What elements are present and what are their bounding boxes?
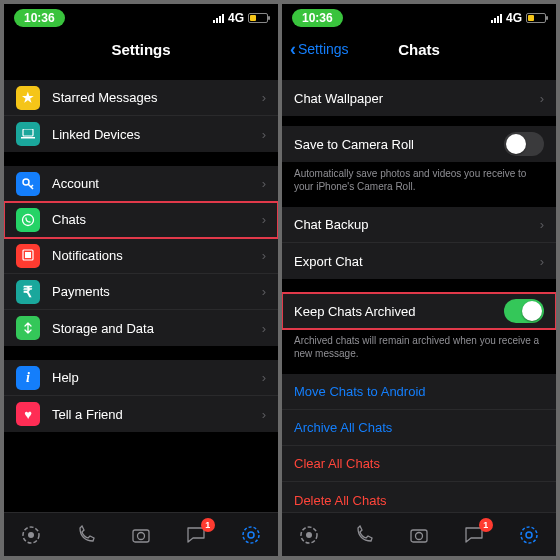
row-notifications[interactable]: Notifications ›	[4, 238, 278, 274]
row-tell-friend[interactable]: ♥ Tell a Friend ›	[4, 396, 278, 432]
row-payments[interactable]: ₹ Payments ›	[4, 274, 278, 310]
tab-settings[interactable]	[236, 520, 266, 550]
chats-settings-list: Chat Wallpaper › Save to Camera Roll Aut…	[282, 66, 556, 512]
chevron-right-icon: ›	[540, 217, 544, 232]
tab-chats[interactable]: 1	[459, 520, 489, 550]
tab-status[interactable]	[294, 520, 324, 550]
svg-rect-16	[411, 530, 427, 542]
tab-camera[interactable]	[126, 520, 156, 550]
chevron-right-icon: ›	[262, 321, 266, 336]
battery-icon	[526, 13, 546, 23]
svg-rect-7	[25, 252, 31, 258]
save-camera-roll-toggle[interactable]	[504, 132, 544, 156]
svg-point-11	[137, 532, 144, 539]
svg-point-15	[306, 532, 312, 538]
chevron-left-icon: ‹	[290, 39, 296, 60]
svg-point-13	[243, 527, 259, 543]
tab-bar: 1	[4, 512, 278, 556]
svg-point-18	[526, 532, 532, 538]
row-move-android[interactable]: Move Chats to Android	[282, 374, 556, 410]
row-archive-all[interactable]: Archive All Chats	[282, 410, 556, 446]
row-clear-all[interactable]: Clear All Chats	[282, 446, 556, 482]
chats-badge: 1	[201, 518, 215, 532]
svg-point-5	[23, 214, 34, 225]
row-linked-devices[interactable]: Linked Devices ›	[4, 116, 278, 152]
row-delete-all[interactable]: Delete All Chats	[282, 482, 556, 512]
chats-badge: 1	[479, 518, 493, 532]
tab-bar: 1	[282, 512, 556, 556]
save-footer: Automatically save photos and videos you…	[282, 162, 556, 193]
row-chat-backup[interactable]: Chat Backup ›	[282, 207, 556, 243]
info-icon: i	[16, 366, 40, 390]
signal-icon	[491, 14, 502, 23]
tab-camera[interactable]	[404, 520, 434, 550]
row-chats[interactable]: Chats ›	[4, 202, 278, 238]
row-save-camera-roll[interactable]: Save to Camera Roll	[282, 126, 556, 162]
status-bar: 10:36 4G	[282, 4, 556, 32]
svg-rect-1	[21, 137, 35, 139]
svg-line-4	[31, 185, 33, 187]
battery-icon	[248, 13, 268, 23]
chevron-right-icon: ›	[262, 284, 266, 299]
row-export-chat[interactable]: Export Chat ›	[282, 243, 556, 279]
tab-chats[interactable]: 1	[181, 520, 211, 550]
settings-screen: 10:36 4G Settings ★ Starred Messages › L…	[4, 4, 278, 556]
svg-point-9	[28, 532, 34, 538]
laptop-icon	[16, 122, 40, 146]
svg-point-19	[521, 527, 537, 543]
svg-point-12	[248, 532, 254, 538]
tab-settings[interactable]	[514, 520, 544, 550]
network-label: 4G	[228, 11, 244, 25]
tab-calls[interactable]	[349, 520, 379, 550]
status-bar: 10:36 4G	[4, 4, 278, 32]
archive-footer: Archived chats will remain archived when…	[282, 329, 556, 360]
tab-calls[interactable]	[71, 520, 101, 550]
chevron-right-icon: ›	[540, 91, 544, 106]
row-chat-wallpaper[interactable]: Chat Wallpaper ›	[282, 80, 556, 116]
chevron-right-icon: ›	[262, 212, 266, 227]
tab-status[interactable]	[16, 520, 46, 550]
row-starred-messages[interactable]: ★ Starred Messages ›	[4, 80, 278, 116]
heart-icon: ♥	[16, 402, 40, 426]
settings-list: ★ Starred Messages › Linked Devices › Ac…	[4, 66, 278, 512]
row-keep-archived[interactable]: Keep Chats Archived	[282, 293, 556, 329]
chats-settings-screen: 10:36 4G ‹ Settings Chats Chat Wallpaper…	[282, 4, 556, 556]
chevron-right-icon: ›	[262, 370, 266, 385]
back-button[interactable]: ‹ Settings	[290, 39, 349, 60]
key-icon	[16, 172, 40, 196]
time-pill: 10:36	[14, 9, 65, 27]
keep-archived-toggle[interactable]	[504, 299, 544, 323]
network-label: 4G	[506, 11, 522, 25]
whatsapp-icon	[16, 208, 40, 232]
row-account[interactable]: Account ›	[4, 166, 278, 202]
chevron-right-icon: ›	[262, 176, 266, 191]
page-title: Settings	[111, 41, 170, 58]
chevron-right-icon: ›	[540, 254, 544, 269]
chevron-right-icon: ›	[262, 248, 266, 263]
star-icon: ★	[16, 86, 40, 110]
bell-icon	[16, 244, 40, 268]
row-storage-data[interactable]: Storage and Data ›	[4, 310, 278, 346]
nav-header: Settings	[4, 32, 278, 66]
page-title: Chats	[398, 41, 440, 58]
svg-point-17	[415, 532, 422, 539]
storage-icon	[16, 316, 40, 340]
time-pill: 10:36	[292, 9, 343, 27]
chevron-right-icon: ›	[262, 407, 266, 422]
chevron-right-icon: ›	[262, 127, 266, 142]
nav-header: ‹ Settings Chats	[282, 32, 556, 66]
svg-rect-10	[133, 530, 149, 542]
chevron-right-icon: ›	[262, 90, 266, 105]
row-help[interactable]: i Help ›	[4, 360, 278, 396]
signal-icon	[213, 14, 224, 23]
rupee-icon: ₹	[16, 280, 40, 304]
svg-rect-0	[23, 129, 33, 136]
